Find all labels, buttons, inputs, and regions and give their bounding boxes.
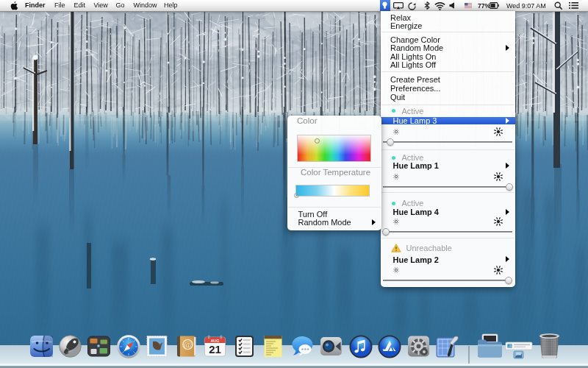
svg-text:@: @ <box>183 339 191 350</box>
svg-text:AUG: AUG <box>210 339 219 343</box>
svg-text:21: 21 <box>209 343 221 355</box>
